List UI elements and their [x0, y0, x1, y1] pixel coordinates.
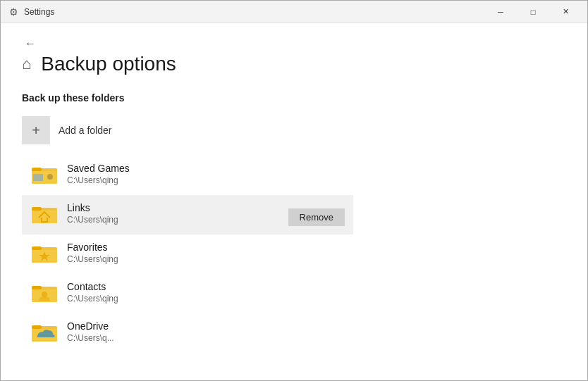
minimize-button[interactable]: ─ — [484, 1, 517, 23]
svg-rect-19 — [32, 325, 42, 329]
folder-icon-saved-games — [30, 163, 59, 188]
svg-point-16 — [42, 292, 47, 297]
back-button[interactable]: ← — [22, 37, 39, 50]
svg-rect-15 — [32, 286, 42, 289]
titlebar-title: Settings — [24, 7, 484, 17]
add-folder-button[interactable]: + Add a folder — [22, 113, 566, 147]
app-icon: ⚙ — [9, 6, 18, 18]
folder-info-contacts: Contacts C:\Users\qing — [67, 281, 345, 304]
page-title: Backup options — [41, 53, 176, 75]
folder-name: OneDrive — [67, 320, 345, 332]
svg-rect-8 — [32, 207, 42, 211]
folder-item-saved-games[interactable]: Saved Games C:\Users\qing — [22, 156, 353, 195]
folder-info-saved-games: Saved Games C:\Users\qing — [67, 163, 345, 185]
folder-info-onedrive: OneDrive C:\Users\q... — [67, 320, 345, 343]
folder-list: Saved Games C:\Users\qing Links C:\Users… — [22, 156, 353, 353]
add-icon: + — [22, 116, 50, 144]
maximize-button[interactable]: □ — [517, 1, 549, 23]
window-controls: ─ □ ✕ — [484, 1, 582, 23]
page-header: ⌂ Backup options — [22, 53, 566, 75]
main-content: ← ⌂ Backup options Back up these folders… — [1, 23, 587, 381]
folder-item-contacts[interactable]: Contacts C:\Users\qing — [22, 274, 353, 313]
svg-rect-3 — [32, 168, 42, 171]
folder-item-onedrive[interactable]: OneDrive C:\Users\q... — [22, 313, 353, 353]
svg-rect-11 — [32, 246, 42, 250]
folder-path: C:\Users\qing — [67, 175, 345, 185]
folder-icon-links — [30, 202, 59, 227]
home-icon: ⌂ — [22, 55, 31, 73]
folder-icon-onedrive — [30, 320, 59, 346]
folder-path: C:\Users\qing — [67, 254, 345, 264]
folder-path: C:\Users\qing — [67, 294, 345, 304]
folder-info-favorites: Favorites C:\Users\qing — [67, 242, 345, 264]
close-button[interactable]: ✕ — [549, 1, 582, 23]
svg-rect-4 — [33, 174, 43, 181]
folder-name: Saved Games — [67, 163, 345, 174]
remove-button[interactable]: Remove — [288, 208, 345, 226]
titlebar: ⚙ Settings ─ □ ✕ — [1, 1, 587, 23]
folder-item-links[interactable]: Links C:\Users\qing Remove — [22, 195, 353, 235]
section-title: Back up these folders — [22, 92, 566, 104]
svg-point-5 — [47, 174, 53, 180]
folder-item-favorites[interactable]: Favorites C:\Users\qing — [22, 235, 353, 274]
folder-path: C:\Users\q... — [67, 333, 345, 343]
folder-name: Contacts — [67, 281, 345, 292]
folder-name: Favorites — [67, 242, 345, 253]
folder-icon-favorites — [30, 242, 59, 267]
folder-icon-contacts — [30, 281, 59, 306]
add-folder-label: Add a folder — [59, 125, 112, 136]
